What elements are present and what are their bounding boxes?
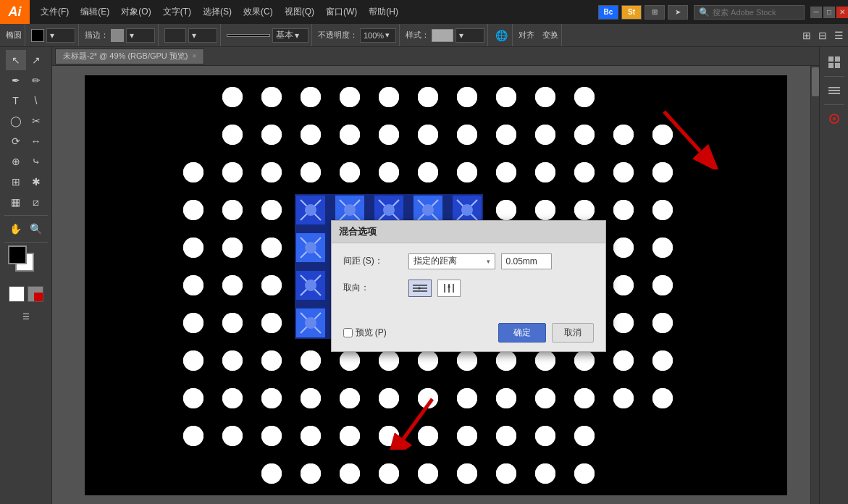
fill-color[interactable] <box>31 29 44 42</box>
scroll-thumb[interactable] <box>812 67 819 96</box>
column-graph-tool[interactable]: ▦ <box>6 192 26 212</box>
direction-vertical-btn[interactable] <box>437 280 461 297</box>
scissors-tool[interactable]: ✂ <box>26 111 46 131</box>
toolbox: ↖ ↗ ✒ ✏ T \ ◯ ✂ ⟳ ↔ ⊕ ⤷ ⊞ ✱ ▦ ⧄ <box>0 47 52 504</box>
search-input[interactable] <box>713 8 799 17</box>
normal-mode-icon[interactable] <box>9 286 25 302</box>
svg-rect-17 <box>828 90 840 91</box>
share-icon[interactable]: ➤ <box>668 5 688 20</box>
graph-tool[interactable]: ⊞ <box>6 172 26 192</box>
spacing-value-input[interactable] <box>501 253 552 269</box>
tab-title: 未标题-2* @ 49% (RGB/GPU 预览) <box>63 51 188 62</box>
stroke-label: 描边： <box>85 30 109 41</box>
menu-help[interactable]: 帮助(H) <box>364 3 403 21</box>
opacity-value[interactable]: 100% ▾ <box>360 28 396 43</box>
stroke-style-dropdown[interactable]: 基本 ▾ <box>272 28 308 43</box>
document-tab[interactable]: 未标题-2* @ 49% (RGB/GPU 预览) × <box>55 49 204 64</box>
stroke-weight-input[interactable] <box>164 28 186 43</box>
cancel-button[interactable]: 取消 <box>552 323 594 343</box>
tab-close-button[interactable]: × <box>193 52 197 60</box>
style-dropdown[interactable]: ▾ <box>456 28 484 43</box>
svg-marker-11 <box>448 285 450 287</box>
canvas-scroll[interactable]: 混合选项 间距 (S)： 指定的距离 ▾ <box>52 66 819 504</box>
svg-line-1 <box>664 112 700 151</box>
foreground-color-swatch[interactable] <box>8 245 27 264</box>
ok-button[interactable]: 确定 <box>498 323 546 343</box>
stock-icon[interactable]: St <box>621 5 642 20</box>
tool-row-2: ✒ ✏ <box>6 70 46 91</box>
symbol-tool[interactable]: ✱ <box>26 172 46 192</box>
menu-type[interactable]: 文字(T) <box>158 3 196 21</box>
preview-checkbox[interactable] <box>343 328 353 337</box>
restore-button[interactable]: □ <box>823 7 835 18</box>
properties-panel-icon[interactable] <box>823 51 845 73</box>
spacing-dropdown[interactable]: 指定的距离 ▾ <box>408 253 495 269</box>
search-bar[interactable]: 🔍 <box>694 5 805 20</box>
panels-icon[interactable]: ⊟ <box>817 28 828 43</box>
type-tool[interactable]: T <box>6 91 26 111</box>
pencil-tool[interactable]: ✏ <box>26 70 46 91</box>
style-swatch[interactable] <box>432 29 453 42</box>
menu-effect[interactable]: 效果(C) <box>238 3 278 21</box>
web-icon[interactable]: 🌐 <box>494 28 509 43</box>
grid-icon[interactable]: ⊞ <box>645 5 665 20</box>
align-section: 对齐 变换 <box>516 24 562 46</box>
menu-object[interactable]: 对象(O) <box>116 3 156 21</box>
pen-tool[interactable]: ✒ <box>6 70 26 91</box>
menu-edit[interactable]: 编辑(E) <box>75 3 114 21</box>
dialog-titlebar[interactable]: 混合选项 <box>332 221 605 243</box>
window-controls: ─ □ ✕ <box>810 7 848 18</box>
fill-dropdown[interactable]: ▾ <box>46 28 75 43</box>
behance-icon[interactable]: Bc <box>598 5 618 20</box>
rotate-tool[interactable]: ⟳ <box>6 131 26 151</box>
dialog-footer: 预览 (P) 确定 取消 <box>332 317 605 351</box>
screen-mode-icon[interactable]: ☰ <box>16 306 36 327</box>
ellipse-tool[interactable]: ◯ <box>6 111 26 131</box>
direction-horizontal-btn[interactable] <box>408 280 432 297</box>
minimize-button[interactable]: ─ <box>810 7 822 18</box>
scale-tool[interactable]: ⊕ <box>6 151 26 172</box>
svg-marker-7 <box>419 287 421 290</box>
mask-mode-icon[interactable] <box>28 286 43 302</box>
tool-row-6: ⊕ ⤷ <box>6 151 46 172</box>
transform-label: 变换 <box>542 30 558 41</box>
web-section: 🌐 <box>491 24 513 46</box>
selection-tool[interactable]: ↖ <box>6 50 26 70</box>
warp-tool[interactable]: ⤷ <box>26 151 46 172</box>
canvas-area: 未标题-2* @ 49% (RGB/GPU 预览) × <box>52 47 819 504</box>
dropdown-arrow: ▾ <box>487 258 490 265</box>
more-icon[interactable]: ☰ <box>833 28 845 43</box>
close-button[interactable]: ✕ <box>836 7 848 18</box>
tool-row-1: ↖ ↗ <box>6 50 46 70</box>
slice-tool[interactable]: ⧄ <box>26 192 46 212</box>
opacity-section: 不透明度： 100% ▾ <box>315 24 400 46</box>
svg-rect-18 <box>828 93 840 94</box>
zoom-tool[interactable]: 🔍 <box>26 219 46 239</box>
red-arrow-bottom <box>389 392 447 452</box>
right-panel <box>819 47 848 504</box>
direct-selection-tool[interactable]: ↗ <box>26 50 46 70</box>
library-panel-icon[interactable] <box>823 108 845 130</box>
fill-section: ▾ <box>28 24 79 46</box>
stroke-color[interactable] <box>111 29 124 42</box>
menu-view[interactable]: 视图(Q) <box>280 3 319 21</box>
arrange-icon[interactable]: ⊞ <box>801 28 813 43</box>
svg-line-3 <box>403 399 432 439</box>
app-logo: Ai <box>0 0 30 24</box>
stroke-dropdown[interactable]: ▾ <box>126 28 155 43</box>
dialog-body: 间距 (S)： 指定的距离 ▾ 取向： <box>332 243 605 317</box>
menu-file[interactable]: 文件(F) <box>35 3 74 21</box>
tool-separator-1 <box>4 215 48 216</box>
menu-window[interactable]: 窗口(W) <box>321 3 362 21</box>
stroke-weight-dropdown[interactable]: ▾ <box>188 28 217 43</box>
vertical-scrollbar[interactable] <box>810 66 819 504</box>
layers-panel-icon[interactable] <box>823 80 845 101</box>
right-panel-separator-1 <box>824 76 844 77</box>
properties-icon-svg <box>827 55 841 70</box>
menu-select[interactable]: 选择(S) <box>198 3 237 21</box>
spacing-option: 指定的距离 <box>413 255 457 267</box>
reflect-tool[interactable]: ↔ <box>26 131 46 151</box>
line-tool[interactable]: \ <box>26 91 46 111</box>
hand-tool[interactable]: ✋ <box>6 219 26 239</box>
preview-label: 预览 (P) <box>356 327 387 339</box>
